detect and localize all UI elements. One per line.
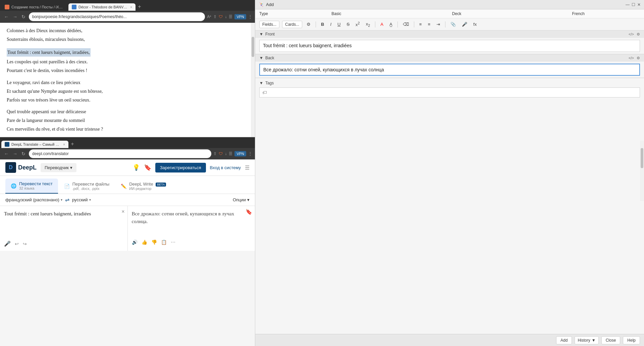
download-icon[interactable]: ↓	[225, 14, 227, 19]
anki-underline-btn[interactable]: U	[336, 21, 342, 28]
nav-back-btn[interactable]: ←	[3, 13, 10, 20]
deepl-source-lang[interactable]: французский (распознано) ▾	[5, 197, 62, 202]
deepl-lang-bar: французский (распознано) ▾ ⇌ русский ▾ О…	[0, 194, 255, 206]
anki-fields-btn[interactable]: Fields...	[259, 21, 279, 28]
anki-type-french[interactable]: French	[569, 11, 587, 17]
deepl-undo-icon[interactable]: ↩	[15, 241, 19, 247]
deepl-tab-write[interactable]: ✏️ DeepL Write BETA ИИ-редактор	[115, 179, 171, 194]
anki-close-bottom-btn[interactable]: Close	[601, 336, 621, 344]
scrollbar-thumb-top[interactable]	[252, 37, 254, 57]
tab-deepl[interactable]: D DeepL Translate – Самый точн... ×	[1, 141, 68, 148]
deepl-thumbdown-icon[interactable]: 👎	[151, 239, 157, 245]
deepl-speaker-icon[interactable]: 🔊	[132, 239, 138, 245]
deepl-hamburger-icon[interactable]: ☰	[245, 164, 250, 171]
anki-eraser-btn[interactable]: ⌫	[401, 21, 411, 28]
anki-history-btn[interactable]: History ▼	[575, 336, 598, 344]
nav-reload-btn[interactable]: ↻	[20, 13, 27, 20]
menu-icon[interactable]: ⋮	[248, 14, 252, 19]
anki-front-header-left: ▼ Front	[259, 32, 275, 37]
anki-text-color-btn[interactable]: A	[379, 21, 385, 28]
tab-close-deepl[interactable]: ×	[63, 143, 65, 146]
deepl-target-lang[interactable]: русский ▾	[72, 197, 91, 202]
anki-type-deck[interactable]: Deck	[449, 11, 464, 17]
share-icon[interactable]: ⇧	[213, 14, 217, 19]
deepl-target-panel: Все дрожало: сотни огней, купающихся в л…	[128, 206, 255, 251]
nav-forward-btn[interactable]: →	[11, 13, 19, 20]
anki-indent-btn[interactable]: ⇥	[435, 21, 442, 28]
deepl-clear-btn[interactable]: ×	[121, 209, 124, 215]
anki-ordered-list-btn[interactable]: ≡	[426, 21, 432, 28]
sidebar-icon[interactable]: ☰	[229, 14, 232, 19]
tab-new-deepl[interactable]: +	[68, 140, 76, 148]
deepl-share-trans-icon[interactable]: ⋯	[171, 239, 175, 245]
anki-back-settings-icon[interactable]: ⚙	[637, 56, 640, 60]
deepl-redo-icon[interactable]: ↪	[23, 241, 27, 247]
anki-formula-btn[interactable]: fx	[472, 21, 478, 28]
deepl-nav-reload[interactable]: ↻	[20, 150, 27, 157]
anki-bold-btn[interactable]: B	[319, 21, 326, 28]
deepl-options[interactable]: Опции ▾	[233, 197, 250, 202]
deepl-mic-icon[interactable]: 🎤	[4, 240, 11, 247]
deepl-nav-translator-btn[interactable]: Переводчик ▾	[41, 163, 76, 172]
shield-icon[interactable]: 🛡	[219, 14, 223, 19]
deepl-scrollbar[interactable]	[640, 141, 644, 201]
scrollbar-right-top[interactable]	[251, 23, 255, 137]
deepl-bookmark-nav-icon[interactable]: 🔖	[144, 164, 151, 171]
deepl-login-link[interactable]: Вход в систему	[210, 165, 241, 170]
tab-new-button[interactable]: +	[136, 3, 144, 11]
anki-maximize-btn[interactable]: ☐	[632, 2, 635, 7]
anki-superscript-btn[interactable]: x2	[354, 20, 362, 28]
deepl-scrollbar-thumb[interactable]	[641, 148, 643, 168]
deepl-swap-btn[interactable]: ⇌	[65, 197, 69, 203]
poem-line-2: Souterrains éblouis, miraculeux buissons…	[7, 36, 248, 44]
anki-back-header[interactable]: ▼ Back </> ⚙	[255, 54, 644, 62]
anki-back-html-btn[interactable]: </>	[629, 56, 634, 60]
anki-strikethrough-btn[interactable]: S	[345, 21, 351, 28]
deepl-light-icon[interactable]: 💡	[132, 164, 140, 171]
deepl-source-lang-arrow: ▾	[61, 198, 62, 202]
tab-close-decor[interactable]: ×	[130, 5, 132, 9]
anki-unordered-list-btn[interactable]: ≡	[418, 21, 424, 28]
deepl-register-btn[interactable]: Зарегистрироваться	[155, 163, 206, 172]
deepl-save-translation-btn[interactable]: 🔖	[246, 209, 252, 215]
deepl-tab-text[interactable]: 🌐 Перевести текст 32 языка	[5, 179, 58, 194]
anki-front-content[interactable]: Tout frémit : cent lueurs baignent, irra…	[259, 40, 640, 52]
anki-close-btn[interactable]: ✕	[637, 2, 641, 7]
deepl-vpn-btn[interactable]: VPN	[234, 151, 246, 156]
anki-back-section: ▼ Back </> ⚙ Все дрожало: сотни огней, к…	[255, 54, 644, 78]
anki-italic-btn[interactable]: I	[328, 21, 333, 28]
deepl-shield-icon[interactable]: 🛡	[219, 151, 223, 156]
deepl-nav-forward[interactable]: →	[11, 150, 19, 157]
anki-front-settings-icon[interactable]: ⚙	[637, 32, 640, 37]
deepl-nav-back[interactable]: ←	[3, 150, 10, 157]
deepl-download-icon[interactable]: ↓	[225, 151, 227, 156]
tab-decor[interactable]: Décor - Théodore de BANVILLE ×	[68, 3, 136, 11]
deepl-menu-icon[interactable]: ⋮	[248, 151, 252, 156]
anki-tags-input[interactable]: 🏷	[259, 87, 640, 97]
deepl-source-text[interactable]: Tout frémit : cent lueurs baignent, irra…	[4, 210, 123, 237]
url-input-top[interactable]: bonjourpoesie.fr/lesgrandsclassiques/Poe…	[29, 12, 205, 21]
anki-minimize-btn[interactable]: —	[626, 2, 630, 7]
anki-add-btn[interactable]: Add	[556, 336, 572, 344]
tab-create-post[interactable]: Создание поста / Посты / iXBT Live	[1, 3, 68, 11]
anki-help-btn[interactable]: Help	[623, 336, 640, 344]
deepl-thumbup-icon[interactable]: 👍	[142, 239, 147, 245]
anki-back-text: Все дрожало: сотни огней, купающихся в л…	[263, 67, 384, 72]
vpn-btn[interactable]: VPN	[234, 14, 246, 19]
translate-icon[interactable]: Aᵃ	[207, 14, 211, 19]
anki-type-basic[interactable]: Basic	[329, 11, 344, 17]
anki-front-header[interactable]: ▼ Front </> ⚙	[255, 30, 644, 38]
deepl-url-input[interactable]: deepl.com/translator	[29, 149, 211, 158]
anki-gear-btn[interactable]: ⚙	[305, 21, 312, 28]
deepl-tab-files[interactable]: 📄 Перевести файлы .pdf, .docx, .pptx	[59, 179, 115, 194]
deepl-copy-icon[interactable]: 📋	[161, 239, 167, 245]
anki-microphone-btn[interactable]: 🎤	[460, 21, 469, 28]
anki-highlight-btn[interactable]: A̲	[388, 21, 394, 28]
anki-subscript-btn[interactable]: x2	[364, 20, 372, 28]
anki-front-html-btn[interactable]: </>	[629, 32, 634, 37]
deepl-sidebar-icon[interactable]: ☰	[229, 151, 232, 156]
deepl-share-icon[interactable]: ⇧	[213, 151, 217, 156]
anki-cards-btn[interactable]: Cards...	[282, 21, 302, 28]
anki-back-content[interactable]: Все дрожало: сотни огней, купающихся в л…	[259, 64, 640, 76]
anki-attachment-btn[interactable]: 📎	[449, 21, 458, 28]
